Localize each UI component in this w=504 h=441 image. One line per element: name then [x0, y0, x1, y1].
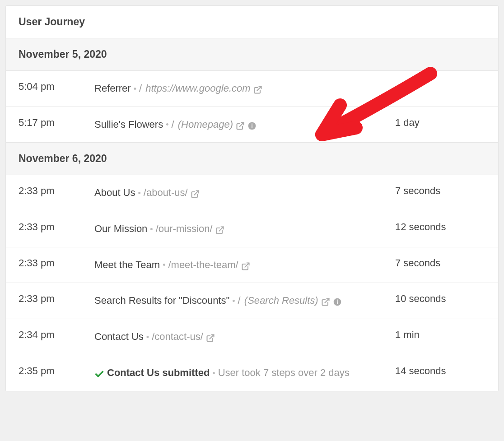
- row-title: Contact Us: [94, 331, 144, 342]
- dot-separator: •: [232, 297, 235, 306]
- row-duration: 1 day: [395, 117, 485, 129]
- row-title: Sullie's Flowers: [94, 119, 163, 130]
- row-title: Referrer: [94, 83, 131, 94]
- row-content: Contact Us•/contact-us/: [94, 329, 395, 345]
- dot-separator: •: [212, 369, 215, 378]
- row-duration: 1 min: [395, 329, 485, 341]
- svg-line-6: [219, 227, 223, 231]
- row-path: (Search Results): [244, 295, 318, 306]
- row-content: Contact Us submitted•User took 7 steps o…: [94, 365, 395, 381]
- svg-rect-3: [252, 125, 252, 128]
- row-content: Search Results for "Discounts"•/ (Search…: [94, 293, 395, 309]
- row-summary: User took 7 steps over 2 days: [218, 367, 350, 378]
- row-content: Sullie's Flowers•/ (Homepage): [94, 117, 395, 133]
- svg-point-11: [336, 300, 338, 301]
- row-path: /about-us/: [144, 187, 188, 198]
- info-icon[interactable]: [247, 117, 257, 132]
- row-content: Meet the Team•/meet-the-team/: [94, 257, 395, 273]
- external-link-icon[interactable]: [191, 186, 200, 201]
- panel-title: User Journey: [19, 16, 485, 28]
- row-path: /our-mission/: [156, 223, 213, 234]
- row-time: 2:34 pm: [19, 329, 94, 341]
- row-content: Referrer•/ https://www.google.com: [94, 81, 395, 97]
- row-title: Our Mission: [94, 223, 147, 234]
- row-title: About Us: [94, 187, 135, 198]
- svg-line-5: [194, 191, 198, 195]
- row-title: Contact Us submitted: [107, 367, 210, 378]
- info-icon[interactable]: [333, 294, 342, 309]
- journey-row: 2:35 pmContact Us submitted•User took 7 …: [6, 355, 498, 391]
- row-duration: 7 seconds: [395, 257, 485, 269]
- row-duration: 7 seconds: [395, 185, 485, 197]
- dot-separator: •: [163, 260, 165, 269]
- dot-separator: •: [134, 84, 136, 93]
- journey-row: 2:34 pmContact Us•/contact-us/1 min: [6, 319, 498, 355]
- journey-row: 2:33 pmMeet the Team•/meet-the-team/7 se…: [6, 247, 498, 283]
- svg-line-7: [245, 263, 249, 267]
- row-path: /contact-us/: [152, 331, 203, 342]
- row-time: 5:17 pm: [19, 117, 94, 129]
- dot-separator: •: [166, 120, 168, 129]
- path-slash: /: [238, 295, 243, 306]
- row-time: 2:33 pm: [19, 221, 94, 233]
- row-time: 5:04 pm: [19, 81, 94, 93]
- row-path: https://www.google.com: [145, 83, 250, 94]
- external-link-icon[interactable]: [253, 82, 262, 97]
- row-content: Our Mission•/our-mission/: [94, 221, 395, 237]
- journey-row: 5:17 pmSullie's Flowers•/ (Homepage)1 da…: [6, 107, 498, 143]
- row-time: 2:33 pm: [19, 293, 94, 305]
- row-content: About Us•/about-us/: [94, 185, 395, 201]
- row-duration: 14 seconds: [395, 365, 485, 377]
- row-path: (Homepage): [178, 119, 233, 130]
- journey-row: 5:04 pmReferrer•/ https://www.google.com: [6, 71, 498, 107]
- external-link-icon[interactable]: [321, 294, 330, 309]
- svg-point-4: [252, 123, 253, 125]
- svg-line-0: [257, 86, 261, 90]
- external-link-icon[interactable]: [241, 258, 250, 273]
- journey-row: 2:33 pmOur Mission•/our-mission/12 secon…: [6, 211, 498, 247]
- date-header: November 5, 2020: [6, 38, 498, 71]
- journey-row: 2:33 pmAbout Us•/about-us/7 seconds: [6, 175, 498, 211]
- panel-header: User Journey: [6, 6, 498, 38]
- row-time: 2:33 pm: [19, 185, 94, 197]
- svg-rect-10: [337, 302, 338, 304]
- check-icon: [94, 366, 104, 381]
- external-link-icon[interactable]: [236, 117, 245, 132]
- external-link-icon[interactable]: [206, 330, 215, 345]
- row-path: /meet-the-team/: [168, 259, 238, 270]
- row-title: Search Results for "Discounts": [94, 295, 229, 306]
- journey-row: 2:33 pmSearch Results for "Discounts"•/ …: [6, 283, 498, 319]
- svg-line-8: [325, 299, 329, 303]
- svg-line-12: [210, 335, 214, 339]
- row-title: Meet the Team: [94, 259, 160, 270]
- svg-line-1: [239, 122, 243, 126]
- row-time: 2:35 pm: [19, 365, 94, 377]
- row-time: 2:33 pm: [19, 257, 94, 269]
- external-link-icon[interactable]: [215, 222, 224, 237]
- dot-separator: •: [138, 189, 141, 198]
- path-slash: /: [171, 119, 177, 130]
- row-duration: 10 seconds: [395, 293, 485, 305]
- date-header: November 6, 2020: [6, 143, 498, 175]
- user-journey-panel: User Journey November 5, 20205:04 pmRefe…: [5, 5, 499, 391]
- dot-separator: •: [150, 225, 153, 234]
- dot-separator: •: [146, 333, 149, 342]
- row-duration: 12 seconds: [395, 221, 485, 233]
- path-slash: /: [139, 83, 145, 94]
